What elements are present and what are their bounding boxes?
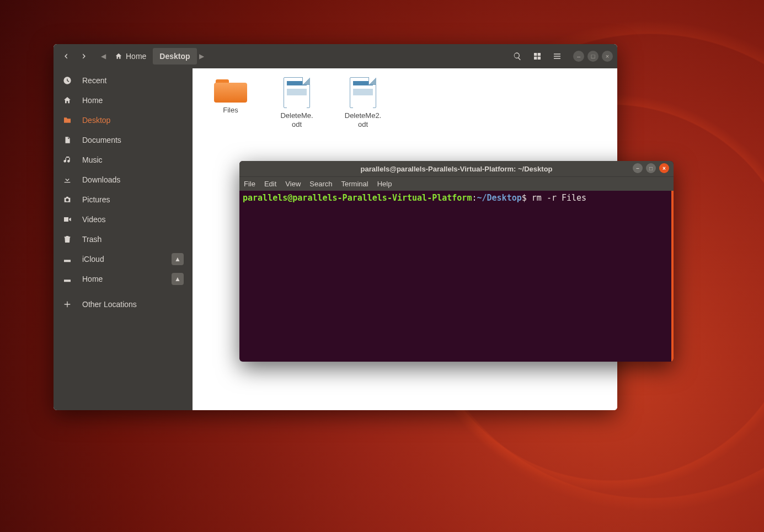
eject-button[interactable]: ▲ (172, 273, 184, 285)
menu-terminal[interactable]: Terminal (341, 180, 368, 188)
camera-icon (62, 195, 72, 204)
menu-edit[interactable]: Edit (264, 180, 276, 188)
sidebar-item-documents[interactable]: Documents (54, 130, 193, 150)
sidebar-item-label: Trash (82, 235, 101, 244)
sidebar-item-label: Home (82, 96, 103, 105)
sidebar-item-pictures[interactable]: Pictures (54, 190, 193, 209)
trash-icon (62, 235, 72, 244)
prompt-symbol: $ (522, 193, 527, 203)
sidebar-item-label: Pictures (82, 195, 110, 204)
menu-icon (553, 52, 562, 61)
sidebar-item-label: Desktop (82, 116, 110, 125)
file-label: Files (223, 106, 238, 115)
home-icon (62, 96, 72, 105)
terminal-minimize-button[interactable]: – (633, 163, 643, 173)
sidebar-item-label: Documents (82, 136, 121, 144)
path-segment-home[interactable]: Home (108, 48, 153, 65)
command-text: rm -r Files (532, 193, 586, 203)
sidebar-item-downloads[interactable]: Downloads (54, 170, 193, 190)
odt-icon (350, 77, 376, 108)
view-toggle-button[interactable] (529, 48, 546, 65)
file-item-document[interactable]: DeleteMe. odt (272, 77, 322, 128)
prompt-user: parallels@parallels-Parallels-Virtual-Pl… (243, 193, 472, 203)
sidebar-item-home[interactable]: Home (54, 90, 193, 110)
sidebar-item-label: Other Locations (82, 300, 137, 309)
path-next-icon[interactable]: ▶ (197, 52, 206, 60)
maximize-button[interactable]: □ (587, 51, 599, 62)
terminal-body[interactable]: parallels@parallels-Parallels-Virtual-Pl… (239, 191, 674, 362)
menu-view[interactable]: View (285, 180, 301, 188)
file-item-document[interactable]: DeleteMe2. odt (338, 77, 388, 128)
sidebar-item-home-drive[interactable]: Home ▲ (54, 269, 193, 289)
file-item-folder[interactable]: Files (206, 77, 255, 115)
home-icon (115, 52, 122, 60)
odt-icon (284, 77, 310, 108)
sidebar-item-label: iCloud (82, 255, 104, 264)
file-label: DeleteMe. odt (280, 111, 313, 128)
folder-icon (62, 116, 72, 125)
music-icon (62, 155, 72, 164)
sidebar-item-label: Home (82, 275, 103, 283)
sidebar-item-icloud[interactable]: iCloud ▲ (54, 249, 193, 269)
sidebar-item-other-locations[interactable]: Other Locations (54, 294, 193, 314)
terminal-titlebar[interactable]: parallels@parallels-Parallels-Virtual-Pl… (239, 161, 674, 176)
drive-icon (62, 275, 72, 283)
sidebar-item-videos[interactable]: Videos (54, 209, 193, 229)
sidebar-item-music[interactable]: Music (54, 150, 193, 170)
grid-icon (533, 52, 542, 61)
clock-icon (62, 76, 72, 85)
files-sidebar: Recent Home Desktop Documents Music Down… (54, 68, 193, 410)
files-headerbar: ◀ Home Desktop ▶ – □ × (54, 44, 617, 68)
sidebar-item-label: Music (82, 155, 103, 164)
terminal-title: parallels@parallels-Parallels-Virtual-Pl… (360, 165, 552, 173)
sidebar-item-label: Videos (82, 215, 106, 224)
menu-file[interactable]: File (244, 180, 255, 188)
document-icon (62, 136, 72, 144)
folder-icon (214, 77, 247, 103)
menu-help[interactable]: Help (377, 180, 392, 188)
terminal-maximize-button[interactable]: □ (646, 163, 656, 173)
drive-icon (62, 255, 72, 264)
path-prev-icon[interactable]: ◀ (99, 52, 108, 60)
minimize-button[interactable]: – (573, 51, 584, 62)
pathbar: ◀ Home Desktop ▶ (99, 48, 206, 65)
plus-icon (62, 300, 72, 309)
hamburger-button[interactable] (549, 48, 565, 65)
search-icon (513, 52, 522, 61)
terminal-close-button[interactable]: × (659, 163, 669, 173)
forward-button[interactable] (76, 48, 92, 65)
sidebar-item-recent[interactable]: Recent (54, 71, 193, 90)
sidebar-item-trash[interactable]: Trash (54, 229, 193, 249)
prompt-path: ~/Desktop (477, 193, 521, 203)
back-button[interactable] (58, 48, 74, 65)
terminal-scroll-edge (671, 191, 674, 362)
terminal-window: parallels@parallels-Parallels-Virtual-Pl… (239, 161, 674, 362)
sidebar-item-label: Downloads (82, 175, 120, 184)
sidebar-item-desktop[interactable]: Desktop (54, 110, 193, 130)
eject-button[interactable]: ▲ (172, 253, 184, 265)
terminal-menubar: File Edit View Search Terminal Help (239, 176, 674, 191)
download-icon (62, 175, 72, 184)
close-button[interactable]: × (602, 51, 613, 62)
path-segment-label: Desktop (159, 52, 190, 61)
video-icon (62, 215, 72, 224)
search-button[interactable] (509, 48, 526, 65)
menu-search[interactable]: Search (309, 180, 332, 188)
path-segment-desktop[interactable]: Desktop (153, 48, 196, 65)
sidebar-item-label: Recent (82, 76, 106, 85)
file-label: DeleteMe2. odt (345, 111, 381, 128)
path-segment-label: Home (126, 52, 146, 61)
